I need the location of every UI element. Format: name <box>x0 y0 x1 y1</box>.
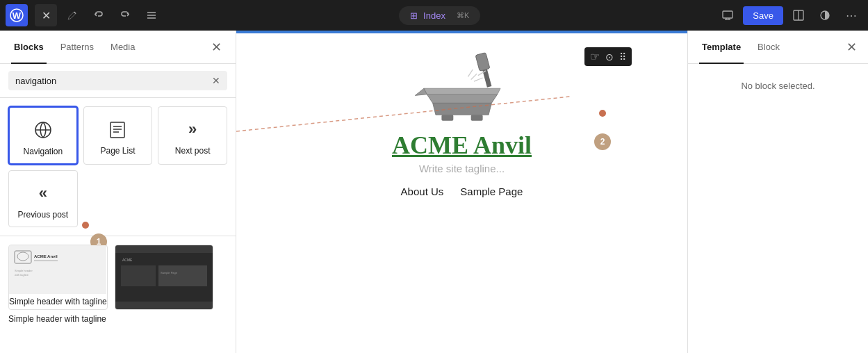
pattern-label-1: Simple header with tagline <box>9 294 107 309</box>
block-item-previous-post[interactable]: « Previous post <box>8 170 78 227</box>
pattern-card-1[interactable]: ACME Anvil Simple header with tagline Si… <box>8 245 108 310</box>
block-item-navigation[interactable]: Navigation <box>8 106 78 165</box>
pattern-card-2[interactable]: ACME Sample Page <box>115 245 213 310</box>
block-toolbar-settings-icon[interactable]: ⊙ <box>605 51 614 63</box>
nav-links: About Us Sample Page <box>401 186 523 197</box>
block-toolbar-drag-icon[interactable]: ⠿ <box>619 51 626 63</box>
close-button[interactable]: ✕ <box>35 4 57 26</box>
panel-close-button[interactable]: ✕ <box>208 39 224 56</box>
contrast-button[interactable] <box>814 4 836 26</box>
breadcrumb-text: Index <box>423 10 445 21</box>
pattern-caption: Simple header with tagline <box>8 314 227 324</box>
site-logo-image <box>413 47 511 124</box>
left-panel-inner: Navigation Page List <box>0 98 236 353</box>
floating-block-toolbar[interactable]: ☞ ⊙ ⠿ <box>584 47 632 66</box>
redo-button[interactable] <box>114 4 136 26</box>
main-layout: Blocks Patterns Media ✕ ✕ <box>0 31 868 353</box>
left-panel: Blocks Patterns Media ✕ ✕ <box>0 31 236 353</box>
svg-rect-30 <box>475 53 490 72</box>
save-button[interactable]: Save <box>743 6 783 25</box>
undo-button[interactable] <box>88 4 110 26</box>
svg-text:W: W <box>13 10 22 21</box>
index-icon: ⊞ <box>410 10 418 21</box>
block-label-previous-post: Previous post <box>17 210 68 220</box>
right-panel-tabs: Template Block ✕ <box>688 31 868 64</box>
svg-text:ACME Anvil: ACME Anvil <box>34 254 58 258</box>
desktop-view-button[interactable] <box>716 4 739 26</box>
block-label-page-list: Page List <box>100 146 135 156</box>
panel-tabs: Blocks Patterns Media ✕ <box>0 31 236 64</box>
svg-line-34 <box>470 74 476 79</box>
svg-text:with tagline: with tagline <box>15 273 29 277</box>
right-panel: Template Block ✕ No block selected. <box>687 31 868 353</box>
cursor-icon: ☞ <box>590 50 600 63</box>
breadcrumb-pill[interactable]: ⊞ Index ⌘K <box>399 6 480 25</box>
toolbar-right: Save ⋯ <box>716 4 862 26</box>
svg-rect-27 <box>121 265 156 286</box>
svg-text:Simple header: Simple header <box>15 269 33 272</box>
tab-blocks[interactable]: Blocks <box>11 31 47 64</box>
toolbar-center: ⊞ Index ⌘K <box>167 6 712 25</box>
main-toolbar: W ✕ ⊞ Index ⌘K <box>0 0 868 31</box>
right-panel-content: No block selected. <box>688 64 868 353</box>
site-title: ACME Anvil <box>392 131 532 160</box>
svg-line-35 <box>473 78 482 81</box>
search-clear-button[interactable]: ✕ <box>212 75 220 86</box>
search-input[interactable] <box>15 76 212 86</box>
pattern-cards: ACME Anvil Simple header with tagline Si… <box>8 245 227 310</box>
search-input-wrapper[interactable]: ✕ <box>8 71 227 90</box>
svg-rect-14 <box>110 122 124 138</box>
navigation-block-icon <box>33 119 53 141</box>
nav-sample-page[interactable]: Sample Page <box>460 186 523 197</box>
site-tagline: Write site tagline... <box>419 163 505 174</box>
svg-line-36 <box>468 69 473 76</box>
breadcrumb-shortcut: ⌘K <box>457 11 469 20</box>
page-list-block-icon <box>108 118 127 140</box>
block-item-page-list[interactable]: Page List <box>83 106 153 165</box>
blocks-grid: Navigation Page List <box>0 98 236 236</box>
wp-logo[interactable]: W <box>6 4 28 26</box>
tab-media[interactable]: Media <box>108 31 138 64</box>
tab-block[interactable]: Block <box>755 31 783 64</box>
annotation-group-2: 2 <box>594 110 611 150</box>
pattern-thumb-1: ACME Anvil Simple header with tagline <box>9 245 106 294</box>
layout-toggle-button[interactable] <box>787 4 810 26</box>
block-item-next-post[interactable]: » Next post <box>158 106 227 165</box>
search-bar: ✕ <box>0 64 236 98</box>
pattern-thumb-2: ACME Sample Page <box>115 245 213 309</box>
tab-patterns[interactable]: Patterns <box>58 31 97 64</box>
svg-rect-33 <box>470 115 482 120</box>
more-options-button[interactable]: ⋯ <box>840 4 862 26</box>
site-logo-area: ☞ ⊙ ⠿ <box>236 33 687 131</box>
tab-template[interactable]: Template <box>699 31 744 64</box>
list-view-button[interactable] <box>140 4 163 26</box>
block-label-navigation: Navigation <box>23 147 63 156</box>
annotation-dot-2 <box>599 110 606 117</box>
canvas-page: ☞ ⊙ ⠿ <box>236 31 687 353</box>
svg-rect-32 <box>441 115 453 120</box>
pencil-button[interactable] <box>61 4 83 26</box>
svg-rect-5 <box>723 11 732 18</box>
next-post-block-icon: » <box>188 118 197 140</box>
nav-about-us[interactable]: About Us <box>401 186 444 197</box>
svg-rect-28 <box>158 265 207 286</box>
canvas-area[interactable]: ☞ ⊙ ⠿ <box>236 31 687 353</box>
block-label-next-post: Next post <box>175 146 211 156</box>
no-block-message: No block selected. <box>741 81 814 91</box>
right-panel-close-button[interactable]: ✕ <box>846 40 857 55</box>
patterns-section: ACME Anvil Simple header with tagline Si… <box>0 236 236 353</box>
previous-post-block-icon: « <box>39 182 47 204</box>
pattern-label-2 <box>115 309 213 310</box>
svg-text:ACME: ACME <box>122 258 133 262</box>
svg-text:Sample Page: Sample Page <box>161 271 178 274</box>
